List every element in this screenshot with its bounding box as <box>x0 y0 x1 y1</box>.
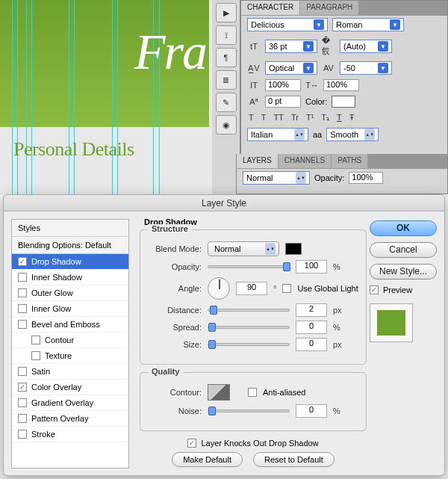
font-size-select[interactable]: 36 pt▼ <box>265 40 317 53</box>
angle-unit: ° <box>273 284 276 293</box>
size-slider[interactable] <box>208 343 290 346</box>
camera-icon[interactable]: ◉ <box>216 115 237 135</box>
section-heading-text[interactable]: Personal Details <box>13 138 134 161</box>
distance-field[interactable]: 2 <box>296 303 327 317</box>
contour-picker[interactable] <box>208 384 230 401</box>
angle-field[interactable]: 90 <box>236 282 267 295</box>
font-style-select[interactable]: Roman▼ <box>332 18 404 31</box>
text-color-swatch[interactable] <box>332 96 355 108</box>
checkbox-icon[interactable] <box>18 304 27 313</box>
headline-text[interactable]: Fra <box>134 22 206 81</box>
quality-group: Quality Contour: Anti-aliased Noise: 0 % <box>140 372 367 431</box>
layer-opacity-field[interactable]: 100% <box>349 172 383 184</box>
superscript-button[interactable]: T¹ <box>306 113 314 123</box>
cancel-button[interactable]: Cancel <box>370 242 437 258</box>
style-item-texture[interactable]: Texture <box>12 348 128 364</box>
smallcaps-button[interactable]: Tr <box>291 113 299 123</box>
chevron-down-icon: ▼ <box>314 19 324 30</box>
tab-layers[interactable]: LAYERS <box>237 154 279 168</box>
tab-paragraph[interactable]: PARAGRAPH <box>300 1 359 15</box>
blending-options-item[interactable]: Blending Options: Default <box>12 237 128 254</box>
style-item-bevel-emboss[interactable]: Bevel and Emboss <box>12 317 128 333</box>
style-item-stroke[interactable]: Stroke <box>12 427 128 442</box>
checkbox-icon[interactable] <box>18 414 27 423</box>
checkbox-icon[interactable] <box>31 351 40 360</box>
blend-mode-dropdown[interactable]: Normal ▲▼ <box>208 241 279 256</box>
dialog-buttons: OK Cancel New Style... Preview <box>370 211 444 476</box>
document-canvas[interactable]: Fra Personal Details <box>0 0 212 194</box>
anti-aliased-label: Anti-aliased <box>263 388 305 397</box>
checkbox-icon[interactable] <box>18 288 27 297</box>
reset-default-button[interactable]: Reset to Default <box>253 452 335 467</box>
style-item-pattern-overlay[interactable]: Pattern Overlay <box>12 411 128 427</box>
allcaps-button[interactable]: TT <box>273 113 283 123</box>
spread-field[interactable]: 0 <box>296 321 327 334</box>
chevron-down-icon: ▼ <box>303 63 314 73</box>
anti-aliased-checkbox[interactable] <box>248 388 257 397</box>
vscale-field[interactable]: 100% <box>265 79 301 91</box>
swatches-icon[interactable]: ≣ <box>216 70 237 90</box>
opacity-unit: % <box>333 262 340 271</box>
checkbox-icon[interactable] <box>18 273 27 282</box>
shadow-color-swatch[interactable] <box>285 243 302 255</box>
faux-italic-button[interactable]: T <box>261 113 267 123</box>
hscale-field[interactable]: 100% <box>323 79 359 91</box>
styles-header[interactable]: Styles <box>12 220 128 237</box>
tracking-select[interactable]: -50▼ <box>340 61 392 75</box>
play-icon[interactable]: ▶ <box>216 3 237 22</box>
ruler-icon[interactable]: ⟟ <box>216 25 237 45</box>
make-default-button[interactable]: Make Default <box>172 452 243 467</box>
size-field[interactable]: 0 <box>296 338 327 351</box>
antialias-select[interactable]: Smooth▲▼ <box>326 128 379 141</box>
style-item-color-overlay[interactable]: Color Overlay <box>12 380 128 395</box>
checkbox-icon[interactable] <box>18 257 27 266</box>
paragraph-icon[interactable]: ¶ <box>216 48 237 67</box>
style-item-inner-glow[interactable]: Inner Glow <box>12 301 128 317</box>
leading-select[interactable]: (Auto)▼ <box>340 40 392 53</box>
checkbox-icon[interactable] <box>18 320 27 329</box>
faux-bold-button[interactable]: T <box>249 113 254 123</box>
character-panel: CHARACTER PARAGRAPH Delicious▼ Roman▼ tT… <box>240 0 448 155</box>
spread-slider[interactable] <box>208 326 290 329</box>
preview-checkbox[interactable] <box>370 285 379 294</box>
knocks-out-checkbox[interactable] <box>187 439 196 448</box>
baseline-field[interactable]: 0 pt <box>265 96 301 108</box>
checkbox-icon[interactable] <box>18 430 27 439</box>
vscale-icon: IT <box>247 81 261 90</box>
use-global-light-checkbox[interactable] <box>282 284 291 293</box>
subscript-button[interactable]: T₁ <box>321 113 329 123</box>
style-item-drop-shadow[interactable]: Drop Shadow <box>12 254 128 270</box>
brush-icon[interactable]: ✎ <box>216 93 237 112</box>
checkbox-icon[interactable] <box>18 398 27 407</box>
tab-channels[interactable]: CHANNELS <box>279 154 332 168</box>
style-item-contour[interactable]: Contour <box>12 333 128 348</box>
checkbox-icon[interactable] <box>31 336 40 344</box>
tracking-icon: AV <box>322 64 335 72</box>
strikethrough-button[interactable]: Ŧ <box>349 113 355 123</box>
noise-field[interactable]: 0 <box>296 404 327 418</box>
font-style-value: Roman <box>336 20 362 29</box>
font-family-select[interactable]: Delicious▼ <box>247 18 328 31</box>
tab-paths[interactable]: PATHS <box>332 154 368 168</box>
ok-button[interactable]: OK <box>370 220 437 236</box>
opacity-slider[interactable] <box>208 265 290 268</box>
quality-title: Quality <box>148 367 183 376</box>
noise-slider[interactable] <box>208 410 290 412</box>
style-item-inner-shadow[interactable]: Inner Shadow <box>12 270 128 285</box>
use-global-light-label: Use Global Light <box>297 284 358 293</box>
kerning-select[interactable]: Optical▼ <box>265 61 317 75</box>
checkbox-icon[interactable] <box>18 367 27 376</box>
new-style-button[interactable]: New Style... <box>370 264 437 279</box>
style-item-satin[interactable]: Satin <box>12 364 128 380</box>
language-select[interactable]: Italian▲▼ <box>247 128 308 141</box>
angle-dial[interactable] <box>208 277 230 300</box>
blend-mode-select[interactable]: Normal▲▼ <box>243 171 310 185</box>
distance-slider[interactable] <box>208 309 290 312</box>
underline-button[interactable]: T <box>337 113 342 123</box>
tab-character[interactable]: CHARACTER <box>241 1 300 15</box>
style-item-gradient-overlay[interactable]: Gradient Overlay <box>12 395 128 411</box>
opacity-field[interactable]: 100 <box>296 260 327 274</box>
style-item-outer-glow[interactable]: Outer Glow <box>12 285 128 301</box>
checkbox-icon[interactable] <box>18 383 27 392</box>
chevron-down-icon: ▼ <box>390 19 400 30</box>
